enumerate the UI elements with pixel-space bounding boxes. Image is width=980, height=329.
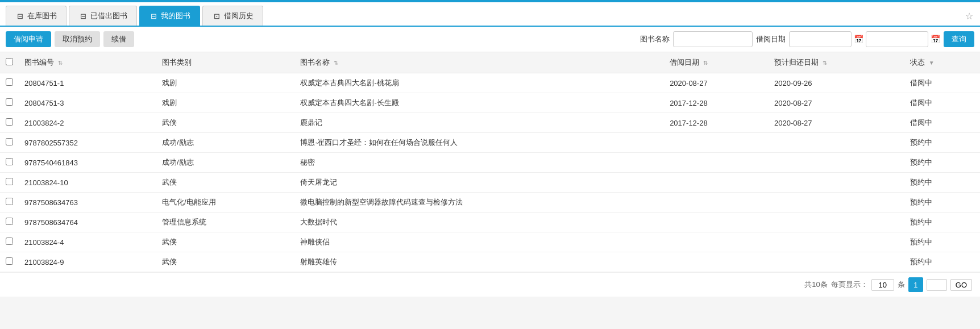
row-return-date-2: 2020-08-27 [769,113,904,133]
row-checkbox-0[interactable] [6,78,13,86]
per-page-label: 每页显示： [831,280,868,290]
date-start-input[interactable] [789,31,852,47]
tab-in-library[interactable]: ⊟ 在库图书 [6,6,67,26]
row-book-name-6: 微电脑控制的新型空调器故障代码速查与检修方法 [294,193,664,213]
row-checkbox-6[interactable] [6,198,13,205]
table-header-row: 图书编号 ⇅ 图书类别 图书名称 ⇅ 借阅日期 ⇅ 预计归还日期 ⇅ [0,52,980,73]
row-checkbox-cell-7 [0,213,19,232]
header-book-name[interactable]: 图书名称 ⇅ [294,52,664,73]
borrowed-out-icon: ⊟ [78,12,88,20]
row-checkbox-5[interactable] [6,178,13,185]
borrow-history-icon: ⊡ [212,12,221,20]
table-row: 21003824-2 武侠 鹿鼎记 2017-12-28 2020-08-27 … [0,113,980,133]
header-status[interactable]: 状态 ▼ [904,52,980,73]
row-return-date-0: 2020-09-26 [769,73,904,93]
header-return-date[interactable]: 预计归还日期 ⇅ [769,52,904,73]
row-return-date-8 [769,232,904,252]
row-book-id-9: 21003824-9 [19,252,156,272]
row-category-6: 电气化/电能应用 [156,193,294,213]
row-return-date-9 [769,252,904,272]
date-range-wrap: 📅 📅 [789,31,940,47]
row-status-6: 预约中 [904,193,980,213]
page-go-input[interactable] [927,279,947,291]
in-library-icon: ⊟ [15,12,24,20]
row-return-date-5 [769,173,904,193]
row-category-4: 成功/励志 [156,153,294,173]
cancel-reserve-button[interactable]: 取消预约 [55,31,100,47]
renew-button[interactable]: 续借 [103,31,134,47]
toolbar: 借阅申请 取消预约 续借 图书名称 借阅日期 📅 📅 查询 [0,27,980,52]
sort-book-id-icon: ⇅ [58,60,63,66]
row-checkbox-cell-6 [0,193,19,213]
tab-borrowed-out[interactable]: ⊟ 已借出图书 [69,6,137,26]
sort-book-name-icon: ⇅ [334,60,338,66]
row-return-date-1: 2020-08-27 [769,93,904,113]
row-checkbox-4[interactable] [6,158,13,165]
search-area: 图书名称 借阅日期 📅 📅 查询 [640,31,974,47]
table-row: 20804751-1 戏剧 权威定本古典四大名剧-桃花扇 2020-08-27 … [0,73,980,93]
row-borrow-date-9 [664,252,769,272]
row-checkbox-2[interactable] [6,118,13,126]
row-book-name-5: 倚天屠龙记 [294,173,664,193]
calendar-end-icon[interactable]: 📅 [931,35,940,44]
star-button[interactable]: ☆ [965,11,973,22]
row-book-name-0: 权威定本古典四大名剧-桃花扇 [294,73,664,93]
date-end-input[interactable] [866,31,928,47]
row-checkbox-cell-9 [0,252,19,272]
row-checkbox-cell-3 [0,133,19,153]
calendar-start-icon[interactable]: 📅 [854,35,863,44]
tab-my-books[interactable]: ⊟ 我的图书 [139,6,200,26]
row-book-id-2: 21003824-2 [19,113,156,133]
row-return-date-6 [769,193,904,213]
row-return-date-4 [769,153,904,173]
row-checkbox-9[interactable] [6,257,13,265]
tab-borrow-history[interactable]: ⊡ 借阅历史 [202,6,263,26]
sort-status-icon: ▼ [929,60,935,66]
row-book-name-1: 权威定本古典四大名剧-长生殿 [294,93,664,113]
go-button[interactable]: GO [950,279,972,291]
table-row: 21003824-10 武侠 倚天屠龙记 预约中 [0,173,980,193]
book-name-label: 图书名称 [640,34,670,44]
row-checkbox-cell-1 [0,93,19,113]
table-row: 9787508634764 管理信息系统 大数据时代 预约中 [0,213,980,232]
row-book-name-7: 大数据时代 [294,213,664,232]
table-row: 9787508634763 电气化/电能应用 微电脑控制的新型空调器故障代码速查… [0,193,980,213]
row-return-date-3 [769,133,904,153]
row-category-8: 武侠 [156,232,294,252]
row-checkbox-cell-2 [0,113,19,133]
per-page-unit: 条 [898,280,905,290]
row-status-7: 预约中 [904,213,980,232]
row-checkbox-3[interactable] [6,138,13,145]
row-borrow-date-8 [664,232,769,252]
row-book-id-3: 9787802557352 [19,133,156,153]
page-size-input[interactable] [871,279,894,291]
row-checkbox-1[interactable] [6,98,13,106]
row-category-0: 戏剧 [156,73,294,93]
search-button[interactable]: 查询 [944,31,974,47]
row-checkbox-cell-5 [0,173,19,193]
row-book-name-3: 博恩·崔西口才圣经：如何在任何场合说服任何人 [294,133,664,153]
row-checkbox-8[interactable] [6,238,13,245]
row-checkbox-7[interactable] [6,218,13,225]
select-all-checkbox[interactable] [6,58,13,65]
row-book-id-8: 21003824-4 [19,232,156,252]
row-category-2: 武侠 [156,113,294,133]
row-book-name-9: 射雕英雄传 [294,252,664,272]
header-book-id[interactable]: 图书编号 ⇅ [19,52,156,73]
borrow-apply-button[interactable]: 借阅申请 [6,31,51,47]
header-borrow-date[interactable]: 借阅日期 ⇅ [664,52,769,73]
row-book-id-0: 20804751-1 [19,73,156,93]
table-row: 21003824-4 武侠 神雕侠侣 预约中 [0,232,980,252]
row-borrow-date-0: 2020-08-27 [664,73,769,93]
page-1-button[interactable]: 1 [908,277,923,292]
table-row: 20804751-3 戏剧 权威定本古典四大名剧-长生殿 2017-12-28 … [0,93,980,113]
row-borrow-date-7 [664,213,769,232]
row-status-5: 预约中 [904,173,980,193]
row-checkbox-cell-4 [0,153,19,173]
row-status-2: 借阅中 [904,113,980,133]
tab-borrowed-out-label: 已借出图书 [90,11,127,21]
pagination-bar: 共10条 每页显示： 条 1 GO [0,272,980,297]
book-name-input[interactable] [673,31,753,47]
row-category-5: 武侠 [156,173,294,193]
row-status-3: 预约中 [904,133,980,153]
